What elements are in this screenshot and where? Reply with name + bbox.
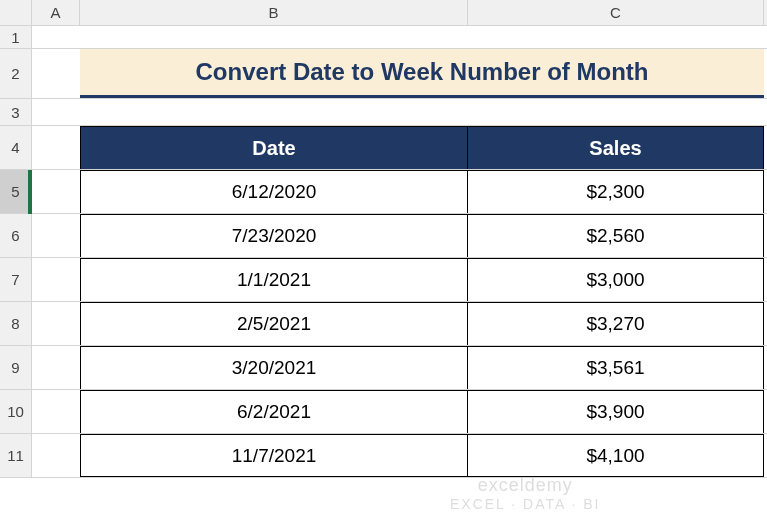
cell-date-0[interactable]: 6/12/2020 (80, 170, 468, 213)
row-header-4[interactable]: 4 (0, 126, 32, 169)
column-header-row: A B C (0, 0, 767, 26)
cell-sales-6[interactable]: $4,100 (468, 434, 764, 477)
row-header-3[interactable]: 3 (0, 99, 32, 125)
title-cell[interactable]: Convert Date to Week Number of Month (80, 49, 764, 98)
row-11: 11 11/7/2021 $4,100 (0, 434, 767, 478)
row-2: 2 Convert Date to Week Number of Month (0, 49, 767, 99)
cell-date-1[interactable]: 7/23/2020 (80, 214, 468, 257)
watermark-line1: exceldemy (478, 475, 573, 495)
cell-date-3[interactable]: 2/5/2021 (80, 302, 468, 345)
row-1: 1 (0, 26, 767, 49)
cell-A8[interactable] (32, 302, 80, 345)
col-header-B[interactable]: B (80, 0, 468, 25)
row-header-10[interactable]: 10 (0, 390, 32, 433)
cell-date-2[interactable]: 1/1/2021 (80, 258, 468, 301)
row-4: 4 Date Sales (0, 126, 767, 170)
cell-C1[interactable] (468, 26, 764, 48)
cell-A7[interactable] (32, 258, 80, 301)
cell-date-6[interactable]: 11/7/2021 (80, 434, 468, 477)
cell-A2[interactable] (32, 49, 80, 98)
watermark: exceldemy EXCEL · DATA · BI (450, 475, 600, 512)
row-header-2[interactable]: 2 (0, 49, 32, 98)
row-9: 9 3/20/2021 $3,561 (0, 346, 767, 390)
cell-A3[interactable] (32, 99, 80, 125)
row-header-1[interactable]: 1 (0, 26, 32, 48)
row-header-6[interactable]: 6 (0, 214, 32, 257)
row-7: 7 1/1/2021 $3,000 (0, 258, 767, 302)
row-6: 6 7/23/2020 $2,560 (0, 214, 767, 258)
row-header-7[interactable]: 7 (0, 258, 32, 301)
cell-sales-2[interactable]: $3,000 (468, 258, 764, 301)
cell-date-4[interactable]: 3/20/2021 (80, 346, 468, 389)
cell-date-5[interactable]: 6/2/2021 (80, 390, 468, 433)
cell-A6[interactable] (32, 214, 80, 257)
row-header-9[interactable]: 9 (0, 346, 32, 389)
header-sales[interactable]: Sales (468, 126, 764, 169)
col-header-A[interactable]: A (32, 0, 80, 25)
cell-sales-3[interactable]: $3,270 (468, 302, 764, 345)
spreadsheet: A B C 1 2 Convert Date to Week Number of… (0, 0, 767, 526)
cell-sales-0[interactable]: $2,300 (468, 170, 764, 213)
row-3: 3 (0, 99, 767, 126)
cell-B1[interactable] (80, 26, 468, 48)
cell-sales-5[interactable]: $3,900 (468, 390, 764, 433)
row-selection-indicator (28, 170, 32, 214)
cell-sales-4[interactable]: $3,561 (468, 346, 764, 389)
cell-A4[interactable] (32, 126, 80, 169)
row-header-11[interactable]: 11 (0, 434, 32, 477)
cell-A1[interactable] (32, 26, 80, 48)
watermark-line2: EXCEL · DATA · BI (450, 496, 600, 512)
cell-sales-1[interactable]: $2,560 (468, 214, 764, 257)
cell-A11[interactable] (32, 434, 80, 477)
col-header-C[interactable]: C (468, 0, 764, 25)
select-all-corner[interactable] (0, 0, 32, 25)
row-10: 10 6/2/2021 $3,900 (0, 390, 767, 434)
row-8: 8 2/5/2021 $3,270 (0, 302, 767, 346)
row-header-8[interactable]: 8 (0, 302, 32, 345)
cell-B3[interactable] (80, 99, 468, 125)
cell-A9[interactable] (32, 346, 80, 389)
cell-A10[interactable] (32, 390, 80, 433)
header-date[interactable]: Date (80, 126, 468, 169)
cell-C3[interactable] (468, 99, 764, 125)
cell-A5[interactable] (32, 170, 80, 213)
row-5: 5 6/12/2020 $2,300 (0, 170, 767, 214)
